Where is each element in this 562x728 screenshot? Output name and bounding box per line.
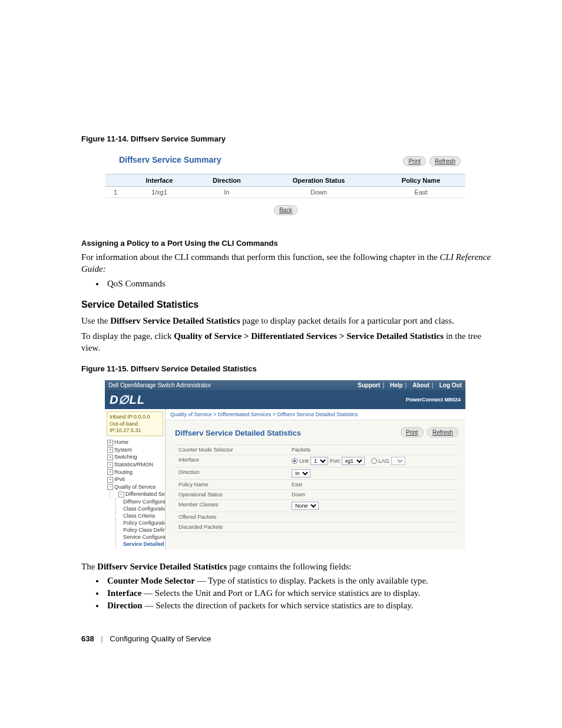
folder-icon: ≡ xyxy=(107,440,113,446)
tree-item[interactable]: Policy Configuration xyxy=(115,519,165,526)
main-title: Diffserv Service Detailed Statistics xyxy=(175,429,301,437)
page-footer: 638 | Configuring Quality of Service xyxy=(81,634,494,643)
label-policy-name: Policy Name xyxy=(175,480,288,489)
value-policy-name: East xyxy=(288,480,458,489)
tree-switching[interactable]: +Switching xyxy=(105,453,165,461)
app-title: Dell OpenManage Switch Administrator xyxy=(108,382,211,388)
member-select[interactable]: None xyxy=(292,502,319,510)
tree-item[interactable]: Diffserv Configuration xyxy=(115,498,165,505)
fig1-back-button[interactable]: Back xyxy=(274,205,297,215)
field-item: Counter Mode Selector — Type of statisti… xyxy=(105,576,494,586)
fig1-table: Interface Direction Operation Status Pol… xyxy=(105,174,465,198)
label-interface: Interface xyxy=(175,455,288,467)
field-desc: — Type of statistics to display. Packets… xyxy=(195,576,428,585)
fig1-refresh-button[interactable]: Refresh xyxy=(429,156,461,166)
outofband-ip: Out-of-band IP:10.27.5.31 xyxy=(110,421,160,434)
field-item: Direction — Selects the direction of pac… xyxy=(105,601,494,611)
fi-a: The xyxy=(81,562,97,571)
value-discarded xyxy=(288,522,458,532)
ip-info-box: Inband IP:0.0.0.0 Out-of-band IP:10.27.5… xyxy=(107,411,163,436)
unit-label: Unit xyxy=(299,458,309,464)
tree-item[interactable]: Policy Class Definition xyxy=(115,526,165,533)
port-select[interactable]: xg1 xyxy=(342,457,365,465)
stats-para1: Use the Diffserv Service Detailed Statis… xyxy=(81,315,494,327)
crumb-b[interactable]: Differentiated Services xyxy=(218,411,271,417)
cell-direction: In xyxy=(193,187,261,198)
radio-unit[interactable] xyxy=(292,458,297,464)
field-item: Interface — Selects the Unit and Port or… xyxy=(105,588,494,598)
col-index xyxy=(105,174,126,187)
label-offered: Offered Packets xyxy=(175,512,288,522)
fields-intro: The Diffserv Service Detailed Statistics… xyxy=(81,561,494,572)
stats-p1c: page to display packet details for a par… xyxy=(240,316,454,325)
lag-select[interactable] xyxy=(391,457,405,465)
figure1-screenshot: Diffserv Service Summary Print Refresh I… xyxy=(105,150,465,221)
crumb-a[interactable]: Quality of Service xyxy=(170,411,212,417)
figure2-caption: Figure 11-15. Diffserv Service Detailed … xyxy=(81,364,494,373)
tree-stats[interactable]: +Statistics/RMON xyxy=(105,461,165,469)
plus-icon: + xyxy=(107,454,113,460)
tree-item[interactable]: Service Configuration xyxy=(115,533,165,541)
unit-select[interactable]: 1 xyxy=(310,457,328,465)
stats-p1b: Diffserv Service Detailed Statistics xyxy=(110,316,240,325)
label-discarded: Discarded Packets xyxy=(175,522,288,532)
cell-interface: 1/xg1 xyxy=(126,187,193,198)
cli-bullet-1: QoS Commands xyxy=(105,279,494,289)
fi-c: page contains the following fields: xyxy=(227,562,351,571)
stats-p1a: Use the xyxy=(81,316,110,325)
tree-ipv6[interactable]: +IPv6 xyxy=(105,476,165,483)
value-op-status: Down xyxy=(288,490,458,499)
cell-status: Down xyxy=(261,187,376,198)
tree-item-active[interactable]: Service Detailed Stati xyxy=(115,541,165,548)
stats-p2b: Quality of Service > Differentiated Serv… xyxy=(174,331,444,341)
cli-para-a: For information about the CLI commands t… xyxy=(81,252,440,262)
direction-select[interactable]: In xyxy=(292,469,310,477)
link-help[interactable]: Help xyxy=(390,382,403,388)
main-print-button[interactable]: Print xyxy=(401,427,424,437)
tree-item[interactable]: Class Configuration xyxy=(115,505,165,512)
app-topbar: Dell OpenManage Switch Administrator Sup… xyxy=(105,380,465,390)
radio-lag[interactable] xyxy=(371,458,377,464)
field-name: Counter Mode Selector xyxy=(107,576,195,585)
label-counter-mode: Counter Mode Selector xyxy=(175,445,288,454)
topbar-links: Support| Help| About| Log Out xyxy=(355,382,462,388)
field-desc: — Selects the Unit and Port or LAG for w… xyxy=(141,588,420,598)
minus-icon: − xyxy=(118,492,124,498)
fig1-title: Diffserv Service Summary xyxy=(105,150,222,174)
tree-routing[interactable]: +Routing xyxy=(105,469,165,476)
cli-paragraph: For information about the CLI commands t… xyxy=(81,251,494,275)
plus-icon: + xyxy=(107,462,113,468)
crumb-c: Diffserv Service Detailed Statistics xyxy=(277,411,358,417)
field-name: Direction xyxy=(107,601,143,610)
cli-bullets: QoS Commands xyxy=(81,279,494,289)
fi-b: Diffserv Service Detailed Statistics xyxy=(97,562,227,571)
inband-ip: Inband IP:0.0.0.0 xyxy=(110,414,160,420)
col-operation-status: Operation Status xyxy=(261,174,376,187)
fig1-print-button[interactable]: Print xyxy=(403,156,426,166)
main-panel: Quality of Service > Differentiated Serv… xyxy=(166,409,465,550)
figure2-screenshot: Dell OpenManage Switch Administrator Sup… xyxy=(105,380,465,550)
port-label: Port xyxy=(330,458,340,464)
label-member-classes: Member Classes xyxy=(175,500,288,512)
details-table: Counter Mode Selector Packets Interface … xyxy=(175,444,458,532)
col-interface: Interface xyxy=(126,174,193,187)
label-op-status: Operational Status xyxy=(175,490,288,499)
label-direction: Direction xyxy=(175,467,288,479)
value-counter-mode: Packets xyxy=(288,445,458,454)
cell-index: 1 xyxy=(105,187,126,198)
dell-logo-icon: D∅LL xyxy=(110,393,145,407)
table-header-row: Interface Direction Operation Status Pol… xyxy=(105,174,465,187)
tree-qos[interactable]: −Quality of Service xyxy=(105,483,165,491)
brand-bar: D∅LL PowerConnect M8024 xyxy=(105,390,465,409)
link-support[interactable]: Support xyxy=(358,382,380,388)
tree-system[interactable]: +System xyxy=(105,446,165,454)
link-about[interactable]: About xyxy=(412,382,429,388)
nav-sidebar: Inband IP:0.0.0.0 Out-of-band IP:10.27.5… xyxy=(105,409,166,550)
tree-home[interactable]: ≡Home xyxy=(105,439,165,446)
col-direction: Direction xyxy=(193,174,261,187)
tree-item[interactable]: Class Criteria xyxy=(115,512,165,519)
table-row: 1 1/xg1 In Down East xyxy=(105,187,465,198)
link-logout[interactable]: Log Out xyxy=(439,382,462,388)
tree-diffserv[interactable]: −Differentiated Services xyxy=(110,490,165,498)
main-refresh-button[interactable]: Refresh xyxy=(427,427,458,437)
